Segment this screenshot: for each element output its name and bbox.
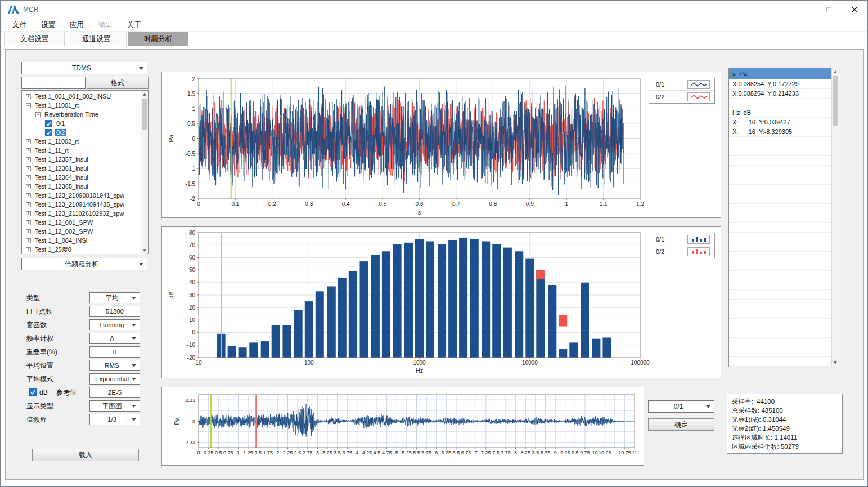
tree-expand-icon[interactable]: +: [26, 202, 31, 207]
tree-item[interactable]: +Test 1_12_002_SPW: [23, 227, 140, 236]
format-button[interactable]: 格式: [87, 77, 149, 89]
table-row[interactable]: [729, 280, 831, 290]
table-row[interactable]: [729, 99, 831, 108]
table-row[interactable]: [729, 156, 831, 166]
table-row[interactable]: [729, 242, 831, 252]
table-row[interactable]: Hz dB: [729, 108, 831, 118]
tree-expand-icon[interactable]: +: [26, 220, 31, 225]
legend-item[interactable]: 0/1: [649, 233, 714, 245]
table-row[interactable]: X:0.088254 Y:0.172729: [729, 79, 831, 89]
field-window-function[interactable]: Hanning: [89, 319, 140, 330]
tree-expand-icon[interactable]: +: [26, 247, 31, 252]
tree-expand-icon[interactable]: +: [26, 229, 31, 234]
tree-item[interactable]: +Test 1_12_001_SPW: [23, 218, 140, 227]
menu-item-about[interactable]: 关于: [120, 19, 149, 32]
tree-item[interactable]: +Test 1_25度0: [23, 245, 140, 253]
scroll-up-button[interactable]: [141, 91, 148, 98]
tree-item[interactable]: +Test 1_12357_insul: [23, 155, 140, 164]
tree-item[interactable]: +Test 1_001_001_002_INSU: [23, 92, 140, 101]
octave-spectrum-chart[interactable]: 1010010001000010000080706050403020100-10…: [161, 226, 721, 378]
table-row[interactable]: [729, 309, 831, 319]
tree-item[interactable]: +Test 1_1_004_INSI: [23, 236, 140, 245]
tree-item[interactable]: −Reverberation Time: [23, 110, 140, 119]
menu-item-file[interactable]: 文件: [5, 19, 34, 32]
filter-input[interactable]: [21, 77, 86, 89]
table-row[interactable]: [729, 357, 831, 367]
file-format-dropdown[interactable]: TDMS: [21, 62, 147, 74]
tree-item[interactable]: +Test 1_12365_insul: [23, 182, 140, 191]
tree-item[interactable]: +Test 1_123_210908101941_spw: [23, 191, 140, 200]
tree-collapse-icon[interactable]: −: [26, 103, 31, 108]
legend-item[interactable]: 0/2: [649, 91, 714, 103]
field-average-setting[interactable]: RMS: [89, 360, 140, 371]
table-row[interactable]: [729, 233, 831, 242]
table-row[interactable]: [729, 338, 831, 347]
tree-item[interactable]: −Test 1_11001_rt: [23, 101, 140, 110]
scroll-up-button[interactable]: [832, 68, 839, 75]
field-average-mode[interactable]: Exponential: [89, 373, 140, 385]
table-row[interactable]: [729, 213, 831, 223]
tree-item[interactable]: +Test 1_12361_insul: [23, 164, 140, 173]
tree-scrollbar[interactable]: [141, 91, 148, 254]
tree-expand-icon[interactable]: +: [26, 184, 31, 189]
overview-waveform-chart[interactable]: 00.250.50.7511.251.51.7522.252.52.7533.2…: [161, 387, 644, 466]
scrollbar-thumb[interactable]: [833, 76, 838, 126]
tree-expand-icon[interactable]: +: [26, 94, 31, 99]
maximize-button[interactable]: [816, 1, 842, 19]
table-row[interactable]: X: 16 Y:-8.329305: [729, 127, 831, 137]
tree-item[interactable]: +Test 1_11_rt: [23, 146, 140, 155]
table-row[interactable]: [729, 290, 831, 300]
tree-checkbox[interactable]: [45, 120, 52, 127]
table-row[interactable]: [729, 185, 831, 194]
scroll-down-button[interactable]: [832, 359, 839, 367]
table-row[interactable]: [729, 347, 831, 357]
table-row[interactable]: [729, 166, 831, 175]
table-row[interactable]: [729, 261, 831, 271]
close-button[interactable]: [842, 1, 867, 19]
field-octave[interactable]: 1/3: [89, 414, 140, 425]
field-display-type[interactable]: 平面图: [89, 400, 140, 412]
table-row[interactable]: [729, 204, 831, 213]
table-row[interactable]: [729, 319, 831, 328]
table-row[interactable]: [729, 175, 831, 185]
tree-expand-icon[interactable]: +: [26, 139, 31, 144]
tree-expand-icon[interactable]: +: [26, 211, 31, 216]
field-reference-value[interactable]: 2E-5: [89, 387, 140, 398]
db-checkbox[interactable]: [29, 388, 37, 396]
table-row[interactable]: X:0.088254 Y:0.214233: [729, 89, 831, 99]
tree-collapse-icon[interactable]: −: [35, 112, 41, 117]
table-row[interactable]: [729, 328, 831, 338]
table-scrollbar[interactable]: [831, 68, 839, 367]
legend-item[interactable]: 0/1: [649, 78, 714, 91]
tree-expand-icon[interactable]: +: [26, 193, 31, 198]
tree-item[interactable]: +Test 1_123_211026102932_spw: [23, 209, 140, 218]
table-row[interactable]: [729, 300, 831, 309]
table-row[interactable]: [729, 137, 831, 146]
analysis-type-drop[interactable]: 倍频程分析: [21, 258, 147, 270]
tree-checkbox[interactable]: [45, 129, 52, 136]
tree-expand-icon[interactable]: +: [26, 148, 31, 153]
tree-expand-icon[interactable]: +: [26, 157, 31, 162]
tree-item[interactable]: +Test 1_123_210914094435_spw: [23, 200, 140, 209]
minimize-button[interactable]: [790, 1, 816, 19]
load-button[interactable]: 载入: [32, 449, 139, 461]
table-row[interactable]: [729, 252, 831, 261]
tree-expand-icon[interactable]: +: [26, 166, 31, 171]
menu-item-apply[interactable]: 应用: [62, 19, 91, 32]
tree-item[interactable]: 0/2: [23, 128, 140, 137]
menu-item-output[interactable]: 输出: [91, 19, 120, 32]
tree-item[interactable]: 0/1: [23, 119, 140, 128]
scroll-down-button[interactable]: [141, 247, 148, 254]
channel-dropdown[interactable]: 0/1: [648, 400, 714, 413]
tab-channel-settings[interactable]: 通道设置: [66, 32, 127, 46]
scrollbar-thumb[interactable]: [142, 99, 147, 130]
table-row[interactable]: [729, 271, 831, 280]
tree-item[interactable]: +Test 1_12364_insul: [23, 173, 140, 182]
tab-time-frequency-analysis[interactable]: 时频分析: [128, 32, 188, 46]
table-row[interactable]: X: 16 Y:0.039427: [729, 118, 831, 127]
table-row[interactable]: [729, 223, 831, 233]
tree-expand-icon[interactable]: +: [26, 238, 31, 243]
tree-item[interactable]: +Test 1_11002_rt: [23, 137, 140, 146]
field-type[interactable]: 平均: [89, 292, 140, 303]
tab-document-settings[interactable]: 文档设置: [4, 32, 65, 46]
